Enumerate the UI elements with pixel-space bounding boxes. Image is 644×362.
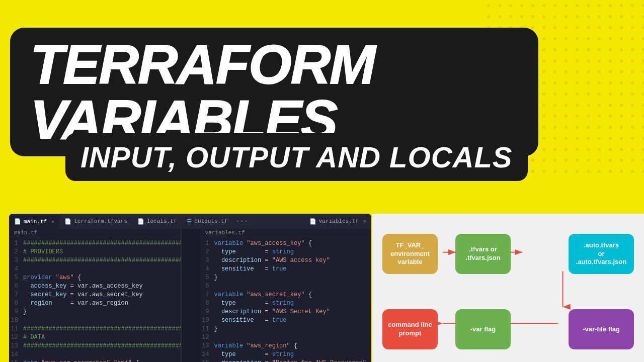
file-icon: 📄 <box>14 218 21 225</box>
code-line: 15 description = "Region for AWS Resourc… <box>200 359 372 362</box>
subtitle-box: INPUT, OUTPUT AND LOCALS <box>65 133 528 181</box>
code-line: 1#######################################… <box>9 239 181 248</box>
tab-main-tf[interactable]: 📄 main.tf ✕ <box>9 214 59 229</box>
code-line: 1variable "aws_access_key" { <box>200 239 372 248</box>
code-line: 14 type = string <box>200 350 372 359</box>
tab-label: terraform.tfvars <box>74 218 127 224</box>
code-line: 3#######################################… <box>9 256 181 265</box>
tfvars-box: .tfvars or.tfvars.json <box>455 234 511 274</box>
code-line: 8 type = string <box>200 299 372 308</box>
code-line: 3 description = "AWS access key" <box>200 256 372 265</box>
subtitle-text: INPUT, OUTPUT AND LOCALS <box>80 140 513 174</box>
auto-tfvars-label: .auto.tfvarsor.auto.tfvars.json <box>576 241 626 267</box>
var-flag-box: -var flag <box>455 309 511 349</box>
code-line: 12# DATA <box>9 333 181 342</box>
code-line: 6 access_key = var.aws_access_key <box>9 282 181 291</box>
var-file-flag-box: -var-file flag <box>569 309 634 349</box>
diagram-panel: TF_VAR_environmentvariable .tfvars or.tf… <box>372 214 644 362</box>
code-line: 10 sensitive = true <box>200 316 372 325</box>
right-editor: variables.tf 1variable "aws_access_key" … <box>200 229 372 362</box>
code-line: 6 <box>200 282 372 291</box>
cmd-line-label: command lineprompt <box>388 321 432 338</box>
code-line: 12 <box>200 333 372 342</box>
code-line: 4 sensitive = true <box>200 265 372 274</box>
tab-outputs-tf[interactable]: ☰ outputs.tf <box>182 214 232 229</box>
close-icon[interactable]: ✕ <box>51 219 54 225</box>
left-editor-panel: 📄 main.tf ✕ 📄 terraform.tfvars 📄 locals.… <box>9 214 371 362</box>
tf-var-label: TF_VAR_environmentvariable <box>390 241 430 267</box>
code-line: 15data "aws_ssm_parameter" "ami" { <box>9 359 181 362</box>
code-line: 13######################################… <box>9 342 181 350</box>
code-line: 8 region = var.aws_region <box>9 299 181 308</box>
code-area-right[interactable]: 1variable "aws_access_key" { 2 type = st… <box>200 237 372 362</box>
tab-more[interactable]: ··· <box>232 217 251 225</box>
left-editor: main.tf 1###############################… <box>9 229 181 362</box>
code-line: 2 type = string <box>200 248 372 256</box>
file-icon: 📄 <box>137 218 144 225</box>
code-line: 11} <box>200 325 372 333</box>
tab-label: variables.tf <box>319 218 359 224</box>
tab-label: main.tf <box>24 219 47 225</box>
code-line: 5provider "aws" { <box>9 274 181 282</box>
code-line: 13variable "aws_region" { <box>200 342 372 350</box>
file-icon: 📄 <box>309 218 316 225</box>
code-line: 11######################################… <box>9 325 181 333</box>
tfvars-label: .tfvars or.tfvars.json <box>465 245 500 262</box>
code-line: 9} <box>9 308 181 316</box>
code-line: 7 secret_key = var.aws_secret_key <box>9 291 181 299</box>
auto-tfvars-box: .auto.tfvarsor.auto.tfvars.json <box>569 234 634 274</box>
file-icon-green: 📄 <box>64 218 71 225</box>
tf-var-box: TF_VAR_environmentvariable <box>382 234 438 274</box>
code-line: 4 <box>9 265 181 274</box>
code-line: 10 <box>9 316 181 325</box>
breadcrumb-right: variables.tf <box>200 229 372 237</box>
code-line: 2# PROVIDERS <box>9 248 181 256</box>
title-text: TERRAFORM VARIABLES <box>30 37 518 147</box>
code-line: 9 description = "AWS Secret Key" <box>200 308 372 316</box>
var-flag-label: -var flag <box>470 325 496 334</box>
var-file-flag-label: -var-file flag <box>583 325 620 334</box>
tab-terraform-tfvars[interactable]: 📄 terraform.tfvars <box>59 214 132 229</box>
tab-variables-tf[interactable]: 📄 variables.tf ✕ <box>304 214 371 229</box>
tab-label: locals.tf <box>147 218 177 224</box>
code-area-left[interactable]: 1#######################################… <box>9 237 181 362</box>
breadcrumb-left: main.tf <box>9 229 181 237</box>
code-line: 14 <box>9 350 181 359</box>
tab-locals-tf[interactable]: 📄 locals.tf <box>132 214 182 229</box>
diagram: TF_VAR_environmentvariable .tfvars or.tf… <box>382 224 634 352</box>
file-icon-blue: ☰ <box>187 218 192 225</box>
code-line: 5} <box>200 274 372 282</box>
tab-label: outputs.tf <box>194 218 227 224</box>
editor-body: main.tf 1###############################… <box>9 229 371 362</box>
cmd-line-box: command lineprompt <box>382 309 438 349</box>
minimap <box>181 229 200 362</box>
code-line: 7variable "aws_secret_key" { <box>200 291 372 299</box>
tab-bar: 📄 main.tf ✕ 📄 terraform.tfvars 📄 locals.… <box>9 214 371 229</box>
close-icon[interactable]: ✕ <box>363 218 366 224</box>
